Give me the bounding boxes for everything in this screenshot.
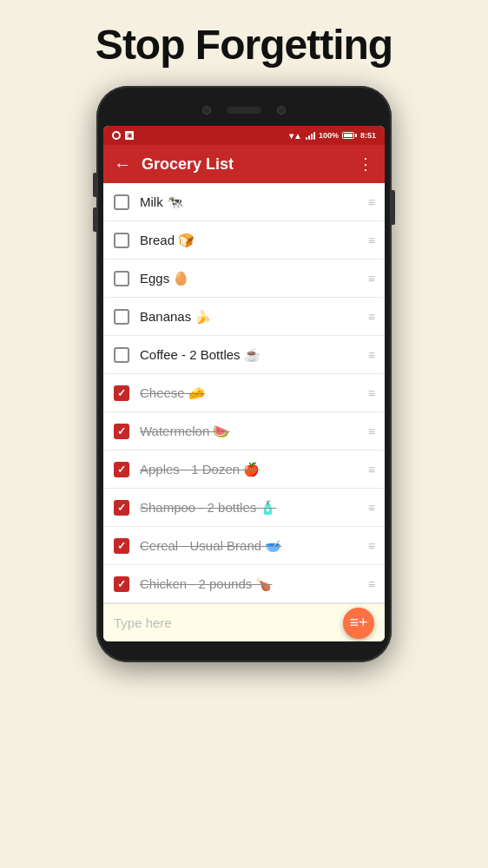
phone-screen: ▣ ▾▲ 100% 8:51 ← Grocery [103, 126, 385, 641]
list-item: Watermelon 🍉≡ [103, 412, 385, 450]
list-item: Apples - 1 Dozen 🍎≡ [103, 450, 385, 489]
status-time: 8:51 [360, 131, 376, 140]
signal-icon [306, 131, 315, 140]
drag-handle-icon[interactable]: ≡ [368, 577, 374, 591]
battery-percent: 100% [319, 131, 339, 140]
item-label: Chicken - 2 pounds 🍗 [140, 576, 361, 592]
drag-handle-icon[interactable]: ≡ [368, 539, 374, 553]
item-checkbox[interactable] [114, 424, 129, 439]
drag-handle-icon[interactable]: ≡ [368, 463, 374, 477]
app-bar-title: Grocery List [142, 155, 347, 174]
battery-icon [342, 132, 357, 139]
item-label: Cereal - Usual Brand 🥣 [140, 538, 361, 554]
item-label: Eggs 🥚 [140, 271, 361, 286]
item-label: Bananas 🍌 [140, 309, 361, 325]
item-label: Coffee - 2 Bottles ☕ [140, 347, 361, 363]
app-bar: ← Grocery List ⋮ [103, 145, 385, 183]
drag-handle-icon[interactable]: ≡ [368, 348, 374, 362]
item-checkbox[interactable] [114, 538, 129, 554]
item-label: Bread 🍞 [140, 233, 361, 248]
power-button [392, 190, 395, 225]
volume-down-button [93, 207, 96, 232]
front-camera [202, 106, 211, 115]
item-checkbox[interactable] [114, 500, 129, 516]
page-headline: Stop Forgetting [96, 21, 392, 69]
item-label: Apples - 1 Dozen 🍎 [140, 462, 361, 477]
wifi-icon: ▾▲ [289, 131, 302, 141]
drag-handle-icon[interactable]: ≡ [368, 272, 374, 286]
list-item: Bread 🍞≡ [103, 221, 385, 260]
drag-handle-icon[interactable]: ≡ [368, 386, 374, 400]
volume-up-button [93, 173, 96, 197]
grocery-list: Milk 🐄≡Bread 🍞≡Eggs 🥚≡Bananas 🍌≡Coffee -… [103, 183, 385, 603]
add-list-icon: ≡+ [349, 614, 367, 632]
type-here-placeholder[interactable]: Type here [114, 615, 343, 630]
sim-icon: ▣ [125, 131, 134, 140]
item-label: Cheese 🧀 [140, 385, 361, 401]
add-item-button[interactable]: ≡+ [343, 608, 374, 639]
list-item: Eggs 🥚≡ [103, 260, 385, 298]
drag-handle-icon[interactable]: ≡ [368, 310, 374, 324]
back-button[interactable]: ← [114, 155, 131, 174]
status-left-icons: ▣ [112, 131, 134, 140]
earpiece [227, 107, 261, 114]
item-label: Milk 🐄 [140, 194, 361, 210]
item-checkbox[interactable] [114, 271, 129, 286]
input-bar: Type here ≡+ [103, 603, 385, 641]
item-label: Watermelon 🍉 [140, 424, 361, 439]
item-label: Shampoo - 2 bottles 🧴 [140, 500, 361, 516]
list-item: Chicken - 2 pounds 🍗≡ [103, 565, 385, 603]
phone-bottom [103, 641, 385, 650]
drag-handle-icon[interactable]: ≡ [368, 424, 374, 438]
list-item: Bananas 🍌≡ [103, 298, 385, 336]
drag-handle-icon[interactable]: ≡ [368, 195, 374, 209]
notification-icon [112, 131, 121, 140]
list-item: Cereal - Usual Brand 🥣≡ [103, 527, 385, 565]
list-item: Coffee - 2 Bottles ☕≡ [103, 336, 385, 374]
item-checkbox[interactable] [114, 233, 129, 248]
more-options-button[interactable]: ⋮ [358, 155, 374, 174]
item-checkbox[interactable] [114, 194, 129, 210]
status-bar: ▣ ▾▲ 100% 8:51 [103, 126, 385, 145]
item-checkbox[interactable] [114, 347, 129, 363]
drag-handle-icon[interactable]: ≡ [368, 233, 374, 247]
sensor [277, 106, 286, 115]
list-item: Milk 🐄≡ [103, 183, 385, 221]
phone-frame: ▣ ▾▲ 100% 8:51 ← Grocery [96, 86, 392, 662]
item-checkbox[interactable] [114, 385, 129, 401]
item-checkbox[interactable] [114, 462, 129, 477]
status-right-icons: ▾▲ 100% 8:51 [289, 131, 376, 141]
phone-top-bar [103, 98, 385, 122]
item-checkbox[interactable] [114, 576, 129, 592]
list-item: Shampoo - 2 bottles 🧴≡ [103, 489, 385, 527]
drag-handle-icon[interactable]: ≡ [368, 501, 374, 515]
item-checkbox[interactable] [114, 309, 129, 325]
list-item: Cheese 🧀≡ [103, 374, 385, 412]
